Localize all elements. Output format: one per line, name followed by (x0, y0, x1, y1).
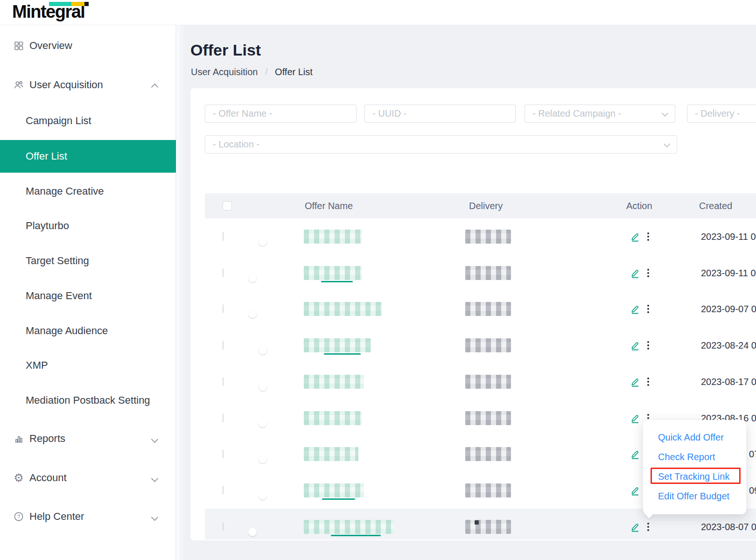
more-actions-button[interactable] (646, 231, 650, 242)
row-checkbox[interactable] (223, 304, 224, 313)
offer-name-redacted[interactable] (304, 375, 364, 389)
sidebar-item-label: Manage Audience (26, 325, 108, 337)
offer-name-redacted[interactable] (304, 411, 362, 425)
location-placeholder: - Location - (213, 139, 259, 150)
sidebar-item-campaign-list[interactable]: Campaign List (0, 105, 176, 137)
sidebar-item-account[interactable]: ⚙Account (0, 462, 176, 494)
more-actions-button[interactable] (646, 377, 650, 387)
edit-offer-button[interactable] (630, 304, 640, 314)
select-all-checkbox[interactable] (223, 201, 232, 210)
offer-name-redacted[interactable] (304, 338, 371, 352)
sidebar-item-label: Target Setting (26, 255, 89, 267)
toggle-knob (259, 491, 267, 500)
table-row: 2023-09-11 07 (205, 218, 756, 255)
edit-offer-button[interactable] (630, 413, 640, 423)
breadcrumb-user-acquisition[interactable]: User Acquisition (191, 67, 258, 77)
toggle-knob (259, 238, 267, 246)
delivery-placeholder: - Delivery - (695, 108, 740, 119)
sidebar-item-manage-event[interactable]: Manage Event (0, 280, 176, 312)
sidebar-item-label: Reports (29, 433, 65, 445)
offer-name-input[interactable] (205, 105, 357, 123)
toggle-knob (259, 455, 267, 463)
menu-item-check-report[interactable]: Check Report (643, 447, 746, 467)
offer-name-redacted[interactable] (304, 447, 358, 461)
delivery-redacted (465, 266, 511, 280)
sidebar-item-label: Help Center (29, 511, 84, 523)
sidebar-item-offer-list[interactable]: Offer List (0, 140, 176, 173)
uuid-input[interactable] (364, 105, 516, 123)
grid-icon (14, 41, 24, 51)
edit-offer-button[interactable] (630, 377, 640, 387)
edit-offer-button[interactable] (630, 522, 640, 532)
created-date: 2023-09-07 08 (701, 304, 756, 315)
related-campaign-select[interactable]: - Related Campaign - (525, 105, 675, 123)
col-offer-name: Offer Name (305, 193, 353, 218)
toggle-knob (248, 310, 257, 318)
sidebar-item-label: Overview (29, 40, 72, 52)
sidebar-item-help-center[interactable]: ?Help Center (0, 500, 176, 533)
menu-item-quick-add-offer[interactable]: Quick Add Offer (643, 427, 746, 447)
more-actions-button[interactable] (646, 268, 650, 278)
more-actions-button[interactable] (646, 522, 650, 532)
offer-name-redacted[interactable] (304, 266, 362, 280)
edit-offer-button[interactable] (630, 231, 640, 242)
sidebar-item-user-acquisition[interactable]: User Acquisition (0, 69, 176, 101)
sidebar-shadow (176, 25, 186, 560)
gear-icon: ⚙ (14, 473, 24, 483)
logo-teal-bar (49, 2, 71, 6)
redaction-artifact (475, 520, 479, 525)
row-checkbox[interactable] (223, 341, 224, 350)
delivery-redacted (465, 411, 511, 425)
row-checkbox[interactable] (223, 268, 224, 277)
sidebar-item-manage-creative[interactable]: Manage Creative (0, 175, 176, 208)
sidebar-item-playturbo[interactable]: Playturbo (0, 210, 176, 242)
delivery-redacted (465, 447, 511, 461)
sidebar-item-xmp[interactable]: XMP (0, 349, 176, 382)
delivery-select[interactable]: - Delivery - (687, 105, 756, 123)
col-created: Created (699, 193, 732, 218)
offer-name-redacted[interactable] (304, 302, 382, 316)
table-row: 2023-09-07 08 (205, 291, 756, 328)
delivery-redacted (465, 230, 511, 244)
redaction-artifact (321, 281, 353, 282)
more-actions-button[interactable] (646, 304, 650, 314)
menu-item-edit-offer-budget[interactable]: Edit Offer Budget (643, 486, 746, 506)
edit-offer-button[interactable] (630, 340, 640, 350)
top-bar: Mintegral (0, 0, 756, 25)
pencil-icon (630, 231, 640, 242)
row-checkbox[interactable] (223, 232, 224, 241)
row-checkbox[interactable] (223, 449, 224, 458)
sidebar-item-manage-audience[interactable]: Manage Audience (0, 315, 176, 347)
offer-name-redacted[interactable] (304, 483, 364, 497)
svg-text:?: ? (17, 514, 20, 519)
sidebar-item-mediation-postback-setting[interactable]: Mediation Postback Setting (0, 384, 176, 417)
col-delivery: Delivery (469, 193, 503, 218)
chevron-down-icon (665, 142, 670, 147)
sidebar-item-label: Manage Event (26, 290, 92, 302)
sidebar-item-label: Account (29, 472, 67, 484)
row-checkbox[interactable] (223, 377, 224, 386)
more-actions-button[interactable] (646, 340, 650, 350)
table-row: 2023-08-24 02 (205, 327, 756, 364)
row-checkbox[interactable] (223, 486, 224, 495)
sidebar-item-label: User Acquisition (29, 79, 103, 91)
row-checkbox[interactable] (223, 413, 224, 422)
location-select[interactable]: - Location - (205, 135, 677, 154)
col-action: Action (626, 193, 652, 218)
pencil-icon (630, 485, 640, 496)
menu-item-set-tracking-link[interactable]: Set Tracking Link (643, 467, 746, 486)
chart-icon (14, 434, 24, 444)
logo-yellow-bar (71, 2, 84, 6)
row-checkbox[interactable] (223, 522, 224, 531)
offer-name-redacted[interactable] (304, 230, 362, 244)
sidebar-item-label: Playturbo (26, 220, 69, 232)
edit-offer-button[interactable] (630, 485, 640, 496)
edit-offer-button[interactable] (630, 449, 640, 459)
sidebar-item-overview[interactable]: Overview (0, 29, 176, 62)
logo-accent-bars (49, 2, 89, 6)
sidebar-item-label: Manage Creative (26, 185, 104, 197)
offer-name-redacted[interactable] (304, 520, 394, 534)
sidebar-item-target-setting[interactable]: Target Setting (0, 245, 176, 277)
edit-offer-button[interactable] (630, 268, 640, 278)
sidebar-item-reports[interactable]: Reports (0, 422, 176, 455)
